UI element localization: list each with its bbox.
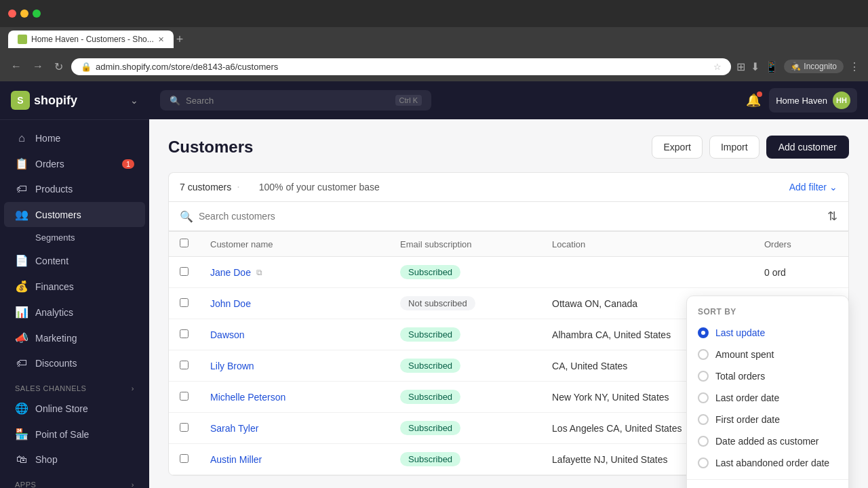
sales-channels-label: Sales channels <box>15 384 86 392</box>
sidebar-item-orders[interactable]: 📋 Orders 1 <box>4 151 145 176</box>
copy-icon[interactable]: ⧉ <box>256 268 262 277</box>
new-tab-btn[interactable]: + <box>176 33 184 47</box>
customer-name-link[interactable]: John Doe <box>210 298 251 309</box>
sidebar-item-label: Orders <box>35 159 64 169</box>
filter-bar: 7 customers · 100% of your customer base… <box>168 172 849 201</box>
sidebar-item-content[interactable]: 📄 Content <box>4 248 145 273</box>
products-icon: 🏷 <box>15 183 28 195</box>
row-location <box>541 257 753 288</box>
sort-option-first-order-date[interactable]: First order date <box>687 409 848 430</box>
notification-btn[interactable]: 🔔 <box>746 93 761 108</box>
sidebar-item-point-of-sale[interactable]: 🏪 Point of Sale <box>4 422 145 447</box>
address-bar[interactable]: 🔒 admin.shopify.com/store/de8143-a6/cust… <box>71 58 731 75</box>
sidebar-item-products[interactable]: 🏷 Products <box>4 177 145 201</box>
row-orders: 0 ord <box>753 257 848 288</box>
sales-channels-expand[interactable]: › <box>132 384 134 392</box>
sort-oldest-newest[interactable]: ↑ Oldest to newest <box>687 485 848 488</box>
sort-toggle-btn[interactable]: ⇅ <box>827 209 837 224</box>
marketing-icon: 📣 <box>15 331 28 344</box>
row-checkbox-cell <box>169 319 199 350</box>
table-search-input[interactable] <box>199 211 822 222</box>
incognito-badge: 🕵 Incognito <box>784 60 844 73</box>
sort-option-total-orders[interactable]: Total orders <box>687 365 848 387</box>
row-customer-name: Jane Doe ⧉ <box>199 257 389 288</box>
row-checkbox[interactable] <box>180 298 189 307</box>
row-checkbox[interactable] <box>180 392 189 401</box>
sidebar-item-label: Point of Sale <box>35 429 89 440</box>
main-content: Customers Export Import Add customer 7 c… <box>149 119 868 488</box>
sort-dropdown: Sort by Last update Amount spent Total o… <box>686 296 849 488</box>
sidebar-item-label: Home <box>35 133 60 144</box>
search-placeholder: Search <box>186 96 214 106</box>
sidebar-item-analytics[interactable]: 📊 Analytics <box>4 300 145 325</box>
app-container: S shopify ⌄ ⌂ Home 📋 Orders 1 🏷 Products… <box>0 81 868 488</box>
orders-icon: 📋 <box>15 157 28 170</box>
sidebar-item-marketing[interactable]: 📣 Marketing <box>4 325 145 350</box>
sidebar-item-segments[interactable]: Segments <box>4 228 145 247</box>
customer-name-link[interactable]: Austin Miller <box>210 454 262 465</box>
discounts-icon: 🏷 <box>15 357 28 369</box>
sidebar-item-finances[interactable]: 💰 Finances <box>4 274 145 299</box>
sort-option-last-order-date[interactable]: Last order date <box>687 387 848 409</box>
customer-name-link[interactable]: Dawson <box>210 329 245 340</box>
page-title: Customers <box>168 138 253 157</box>
col-orders: Orders <box>753 232 848 257</box>
more-btn[interactable]: ⋮ <box>849 60 860 73</box>
export-btn[interactable]: Export <box>652 136 702 159</box>
row-checkbox[interactable] <box>180 423 189 432</box>
customer-name-link[interactable]: Jane Doe <box>210 267 251 278</box>
customer-name-link[interactable]: Lily Brown <box>210 361 254 371</box>
add-filter-btn[interactable]: Add filter ⌄ <box>789 182 837 192</box>
back-btn[interactable]: ← <box>8 58 24 75</box>
sort-option-label: Amount spent <box>715 349 774 360</box>
sort-label: Sort by <box>687 304 848 322</box>
import-btn[interactable]: Import <box>709 136 760 159</box>
sidebar-item-online-store[interactable]: 🌐 Online Store <box>4 396 145 421</box>
sidebar-item-shop[interactable]: 🛍 Shop <box>4 447 145 472</box>
add-customer-btn[interactable]: Add customer <box>766 136 849 159</box>
row-subscription: Subscribed <box>389 257 541 288</box>
sort-option-last-abandoned[interactable]: Last abandoned order date <box>687 452 848 474</box>
sort-option-date-added[interactable]: Date added as customer <box>687 430 848 452</box>
sort-option-last-update[interactable]: Last update <box>687 322 848 344</box>
analytics-icon: 📊 <box>15 306 28 319</box>
customer-name-link[interactable]: Michelle Peterson <box>210 392 285 403</box>
subscription-badge: Subscribed <box>400 265 460 279</box>
search-bar[interactable]: 🔍 Search Ctrl K <box>160 90 431 110</box>
sidebar-toggle-btn[interactable]: ⌄ <box>130 95 138 106</box>
apps-expand[interactable]: › <box>132 481 134 488</box>
url-text: admin.shopify.com/store/de8143-a6/custom… <box>96 62 709 72</box>
download-btn[interactable]: ⬇ <box>751 60 760 73</box>
row-checkbox[interactable] <box>180 329 189 338</box>
sidebar-item-label: Customers <box>35 209 81 220</box>
sidebar-item-customers[interactable]: 👥 Customers <box>4 202 145 227</box>
row-customer-name: Sarah Tyler <box>199 413 389 444</box>
sort-option-label: Total orders <box>715 371 765 382</box>
filter-summary: 7 customers · 100% of your customer base <box>180 181 380 193</box>
browser-nav: ← → ↻ 🔒 admin.shopify.com/store/de8143-a… <box>0 52 868 81</box>
customer-name-link[interactable]: Sarah Tyler <box>210 423 258 434</box>
shop-icon: 🛍 <box>15 453 28 466</box>
tab-close-btn[interactable]: ✕ <box>158 35 164 44</box>
sort-option-amount-spent[interactable]: Amount spent <box>687 344 848 365</box>
col-location: Location <box>541 232 753 257</box>
row-checkbox[interactable] <box>180 267 189 276</box>
browser-tabs: Home Haven - Customers - Sho... ✕ + <box>0 27 868 52</box>
row-checkbox[interactable] <box>180 361 189 369</box>
account-btn[interactable]: Home Haven HH <box>769 88 857 113</box>
active-tab[interactable]: Home Haven - Customers - Sho... ✕ <box>8 30 174 48</box>
select-all-checkbox[interactable] <box>180 239 189 247</box>
refresh-btn[interactable]: ↻ <box>52 58 66 76</box>
subscription-badge: Subscribed <box>400 359 460 373</box>
customer-base: 100% of your customer base <box>259 182 380 192</box>
shopify-logo[interactable]: S shopify <box>11 91 77 110</box>
forward-btn[interactable]: → <box>30 58 46 75</box>
row-checkbox[interactable] <box>180 454 189 463</box>
sort-option-label: Date added as customer <box>715 436 819 447</box>
sidebar-item-home[interactable]: ⌂ Home <box>4 126 145 150</box>
search-shortcut: Ctrl K <box>395 95 422 106</box>
extensions-btn[interactable]: ⊞ <box>736 60 745 73</box>
table-row[interactable]: Jane Doe ⧉ Subscribed 0 ord <box>169 257 848 288</box>
cast-btn[interactable]: 📱 <box>765 60 778 73</box>
sidebar-item-discounts[interactable]: 🏷 Discounts <box>4 351 145 375</box>
